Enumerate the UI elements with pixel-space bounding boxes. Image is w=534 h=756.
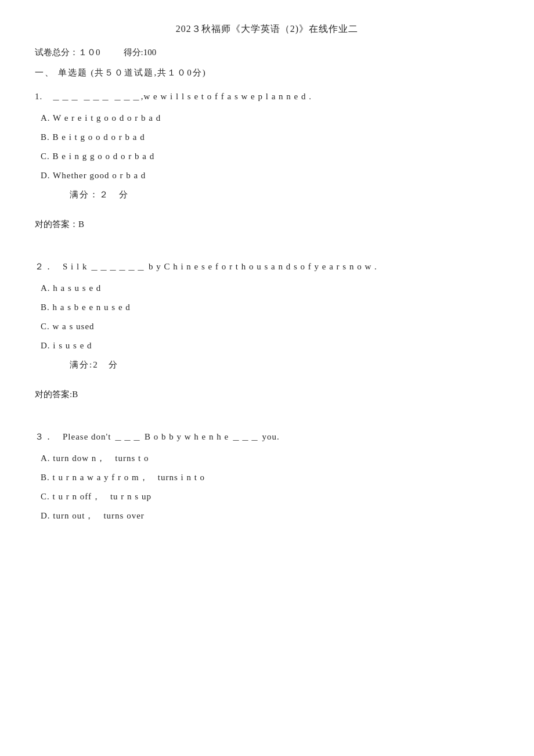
section-title: 一、 单选题 (共５０道试题,共１０0分)	[35, 67, 499, 78]
question-text-1: 1. ＿＿＿ ＿＿＿ ＿＿＿,w e w i l l s e t o f f a…	[35, 89, 499, 105]
option-1-C: C. B e i n g g o o d o r b a d	[41, 149, 499, 164]
question-block-2: ２． S i l k ＿＿＿＿＿＿ b y C h i n e s e f o …	[35, 259, 499, 412]
answer-label-1: 对的答案：B	[35, 219, 499, 230]
option-1-A: A. W e r e i t g o o d o r b a d	[41, 110, 499, 126]
option-3-D: D. turn out， turns over	[41, 508, 499, 524]
earned-score-label: 得分:100	[124, 47, 157, 58]
page-title: 202３秋福师《大学英语（2)》在线作业二	[35, 23, 499, 35]
score-label-2: 满分:2 分	[70, 359, 499, 370]
option-2-D: D. i s u s e d	[41, 338, 499, 354]
answer-label-2: 对的答案:B	[35, 389, 499, 400]
option-3-C: C. t u r n off， tu r n s up	[41, 489, 499, 505]
option-3-A: A. turn dow n， turns t o	[41, 451, 499, 466]
question-text-3: ３． Please don't ＿＿＿ B o b b y w h e n h …	[35, 429, 499, 445]
option-3-B: B. t u r n a w a y f r o m， turns i n t …	[41, 470, 499, 485]
question-block-1: 1. ＿＿＿ ＿＿＿ ＿＿＿,w e w i l l s e t o f f a…	[35, 89, 499, 242]
option-1-D: D. Whether good o r b a d	[41, 168, 499, 183]
option-2-B: B. h a s b e e n u s e d	[41, 300, 499, 315]
question-text-2: ２． S i l k ＿＿＿＿＿＿ b y C h i n e s e f o …	[35, 259, 499, 275]
option-2-A: A. h a s u s e d	[41, 280, 499, 296]
total-score-label: 试卷总分：１０0	[35, 47, 100, 58]
option-1-B: B. B e i t g o o d o r b a d	[41, 129, 499, 145]
question-block-3: ３． Please don't ＿＿＿ B o b b y w h e n h …	[35, 429, 499, 550]
option-2-C: C. w a s used	[41, 319, 499, 334]
score-label-1: 满分：２ 分	[70, 189, 499, 200]
